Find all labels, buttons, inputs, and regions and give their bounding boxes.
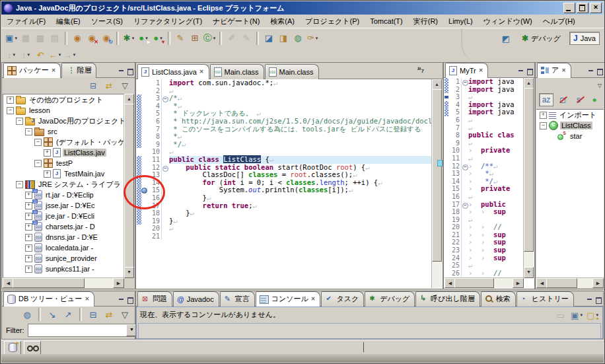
- tree-item-その他のプロジェクト[interactable]: +その他のプロジェクト: [3, 94, 124, 105]
- hide-static-icon[interactable]: s: [572, 94, 585, 106]
- expand-icon[interactable]: +: [44, 149, 51, 157]
- minimize-view-icon[interactable]: [118, 69, 125, 75]
- tomcat-restart-icon[interactable]: ◉↻: [100, 31, 113, 46]
- close-tab-icon[interactable]: ✕: [52, 67, 56, 73]
- tab-パッケー[interactable]: パッケー✕: [3, 63, 61, 78]
- open-console-icon[interactable]: ▢+▾: [586, 308, 599, 322]
- run-icon[interactable]: ●▸▾: [137, 31, 150, 46]
- tree-item-star[interactable]: star: [536, 131, 604, 141]
- display-console-icon[interactable]: ▣▾: [570, 308, 583, 322]
- collapse-all-icon[interactable]: ⊟: [87, 307, 100, 322]
- breakpoint-icon[interactable]: [141, 188, 147, 194]
- link-with-editor-icon[interactable]: ⇄: [102, 80, 116, 92]
- code-line-18[interactable]: 18› › sup: [445, 208, 524, 216]
- sort-icon[interactable]: az: [539, 93, 553, 106]
- dropdown-arrow-icon[interactable]: ▾: [132, 36, 135, 41]
- code-line-20[interactable]: 20↵: [137, 225, 432, 233]
- menu-item-9[interactable]: Limy(L): [443, 16, 478, 26]
- expand-icon[interactable]: +: [540, 112, 547, 119]
- tree-item-dnsns.jar - D:¥E[interactable]: +dnsns.jar - D:¥E: [3, 232, 124, 242]
- new-connection-icon[interactable]: ◍: [20, 307, 34, 322]
- menu-item-8[interactable]: 実行(R): [408, 15, 443, 28]
- code-line-8[interactable]: 8public clas: [445, 131, 524, 139]
- collapse-all-icon[interactable]: ⊟: [87, 80, 100, 92]
- collapse-icon[interactable]: −: [540, 122, 547, 129]
- menu-item-2[interactable]: ソース(S): [86, 15, 128, 28]
- minimize-view-icon[interactable]: [518, 69, 524, 75]
- menu-item-1[interactable]: 編集(E): [51, 15, 86, 28]
- vertical-scrollbar[interactable]: ▲: [431, 79, 442, 288]
- view-menu-icon[interactable]: ▽: [118, 80, 131, 92]
- tab-ListClass.java[interactable]: ListClass.java✕: [137, 64, 209, 79]
- scroll-right-icon[interactable]: ▶: [113, 278, 124, 288]
- expand-icon[interactable]: +: [25, 234, 32, 241]
- fast-view-db-button[interactable]: [4, 341, 21, 355]
- vertical-scrollbar[interactable]: ▲ ▼: [523, 78, 534, 278]
- expand-icon[interactable]: +: [25, 223, 32, 231]
- tab-Main.class[interactable]: Main.class: [265, 64, 319, 79]
- collapse-icon[interactable]: −: [34, 139, 42, 146]
- code-line-9[interactable]: 9 */↵: [137, 141, 432, 149]
- tree-item-testP[interactable]: −testP: [3, 158, 124, 168]
- import-icon[interactable]: ↘: [46, 307, 59, 322]
- scrollbar-thumb[interactable]: [524, 88, 534, 252]
- tomcat-stop-icon[interactable]: ◉✕: [85, 31, 98, 46]
- tree-item-lesson[interactable]: −lesson: [3, 105, 124, 116]
- code-line-6[interactable]: 6↵: [445, 116, 524, 124]
- menu-item-4[interactable]: ナビゲート(N): [207, 15, 265, 28]
- minimize-view-icon[interactable]: [118, 297, 125, 303]
- tab-Main.class[interactable]: Main.class: [210, 64, 264, 79]
- dropdown-arrow-icon[interactable]: ▾: [15, 36, 17, 41]
- fold-collapse-icon[interactable]: [461, 78, 468, 86]
- more-editors-chevron[interactable]: »7: [417, 64, 424, 74]
- code-line-1[interactable]: 1import com.sun.javadoc.*;↵: [137, 79, 432, 87]
- collapse-icon[interactable]: −: [7, 107, 14, 114]
- tree-item-rt.jar - D:¥Eclip[interactable]: +rt.jar - D:¥Eclip: [3, 190, 124, 200]
- menu-item-10[interactable]: ウィンドウ(W): [478, 15, 538, 28]
- tab-Javadoc[interactable]: @Javadoc: [173, 291, 219, 307]
- dropdown-arrow-icon[interactable]: ▾: [316, 36, 318, 41]
- hide-nonpublic-icon[interactable]: ●: [588, 94, 601, 106]
- dropdown-arrow-icon[interactable]: ▾: [13, 52, 15, 57]
- tab-デバッグ[interactable]: デバッグ: [365, 291, 415, 307]
- menu-item-5[interactable]: 検索(A): [265, 15, 300, 28]
- expand-icon[interactable]: +: [7, 96, 14, 104]
- maximize-view-icon[interactable]: [127, 69, 133, 75]
- dropdown-arrow-icon[interactable]: ▾: [59, 52, 61, 57]
- dropdown-arrow-icon[interactable]: ▾: [213, 36, 216, 41]
- tab-検索[interactable]: 検索: [481, 291, 516, 307]
- fold-collapse-icon[interactable]: [461, 163, 468, 170]
- vertical-scrollbar[interactable]: ▲ ▼: [124, 94, 134, 278]
- expand-icon[interactable]: +: [25, 192, 32, 199]
- view-menu-icon[interactable]: ▽: [598, 83, 602, 89]
- tree-item-JavaDoc用のプロジェクト[interactable]: −JavaDoc用のプロジェクト: [3, 116, 124, 126]
- tab-DB ツリー・ビュー[interactable]: DB ツリー・ビュー✕: [3, 291, 94, 307]
- dropdown-arrow-icon[interactable]: ▾: [73, 52, 76, 57]
- scroll-right-icon[interactable]: ▶: [513, 278, 524, 288]
- code-line-26[interactable]: 26› › //: [445, 270, 524, 277]
- menu-item-0[interactable]: ファイル(F): [1, 15, 51, 28]
- collapse-icon[interactable]: −: [16, 118, 23, 125]
- open-type-icon[interactable]: ◪: [262, 31, 275, 46]
- tab-ヒストリー[interactable]: ヒストリー: [516, 291, 574, 307]
- tab-MyTr[interactable]: MyTr✕: [445, 63, 488, 78]
- tab-呼び出し階層[interactable]: 呼び出し階層: [415, 291, 480, 307]
- tree-item-JRE システム・ライブラ[interactable]: −JRE システム・ライブラ: [3, 179, 124, 190]
- close-tab-icon[interactable]: ✕: [561, 67, 566, 73]
- mytr-code-editor[interactable]: 1import java2import java3↵4import java5i…: [445, 78, 524, 278]
- minimize-view-icon[interactable]: [587, 297, 593, 303]
- maximize-window-button[interactable]: [577, 3, 588, 13]
- minimize-window-button[interactable]: [563, 3, 575, 13]
- scroll-down-icon[interactable]: ▼: [524, 267, 534, 278]
- annotate-icon[interactable]: ✑▾: [306, 31, 319, 46]
- collapse-icon[interactable]: −: [34, 160, 42, 167]
- scrollbar-thumb[interactable]: [432, 89, 442, 262]
- expand-icon[interactable]: +: [25, 266, 32, 273]
- open-browser-icon[interactable]: ◍: [291, 31, 304, 46]
- dropdown-arrow-icon[interactable]: ▾: [27, 52, 30, 57]
- tree-item-jsse.jar - D:¥Ec[interactable]: +jsse.jar - D:¥Ec: [3, 200, 124, 211]
- scroll-right-icon[interactable]: ▶: [592, 278, 604, 288]
- code-line-10[interactable]: 10› private: [445, 147, 524, 155]
- fold-collapse-icon[interactable]: [161, 94, 169, 102]
- close-tab-icon[interactable]: ✕: [199, 69, 204, 75]
